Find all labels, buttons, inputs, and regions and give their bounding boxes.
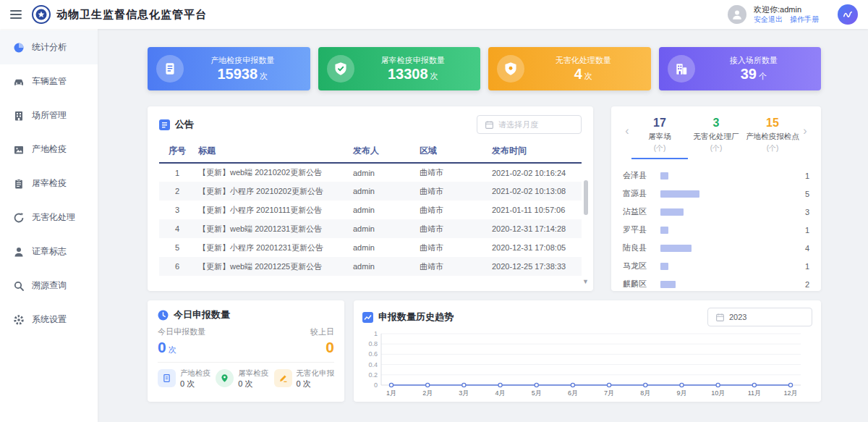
scrollbar-thumb[interactable] — [584, 180, 588, 215]
magnifier-icon — [13, 280, 25, 292]
today-item-label: 屠宰检疫 — [238, 368, 268, 379]
announcements-table: 序号 标题 发布人 区域 发布时间 1 【更新】web端 20210202更新公… — [159, 140, 582, 276]
table-row[interactable]: 4 【更新】web端 20201231更新公告 admin 曲靖市 2020-1… — [159, 219, 582, 238]
today-panel: 今日申报数量 今日申报数量 较上日 0次 0 产地检疫0 次 屠宰检疫0 次 — [148, 300, 344, 402]
stat-card-unit: 次 — [260, 72, 268, 80]
bar-value-label: 1 — [799, 172, 809, 180]
bar-value-label: 1 — [799, 262, 809, 271]
app-logo — [32, 5, 51, 24]
cell-time: 2021-02-02 10:16:24 — [489, 163, 582, 182]
manual-link[interactable]: 操作手册 — [790, 15, 819, 25]
stat-cards-row: 产地检疫申报数量 15938次 屠宰检疫申报数量 13308次 无害化处理数量 … — [148, 47, 821, 90]
tab-slaughterhouse[interactable]: 17 屠宰场 (个) — [631, 117, 688, 159]
bar-category-label: 沾益区 — [623, 206, 659, 217]
bar-fill — [660, 208, 684, 216]
sidebar-item-badge[interactable]: 证章标志 — [0, 235, 98, 269]
svg-text:7月: 7月 — [604, 389, 614, 397]
cell-publisher: admin — [350, 182, 417, 201]
bar-value-label: 4 — [799, 244, 809, 253]
tab-origin-checkpoint[interactable]: 15 产地检疫报检点 (个) — [744, 117, 801, 159]
pen-icon — [274, 369, 292, 387]
sidebar-item-label: 屠宰检疫 — [32, 177, 67, 190]
sidebar-item-places[interactable]: 场所管理 — [0, 98, 98, 132]
user-avatar[interactable] — [728, 5, 746, 24]
line-chart-icon — [362, 312, 373, 323]
svg-text:0.2: 0.2 — [368, 371, 378, 379]
table-row[interactable]: 3 【更新】小程序 20210111更新公告 admin 曲靖市 2021-01… — [159, 201, 582, 219]
column-header: 区域 — [417, 140, 489, 163]
trend-title: 申报数量历史趋势 — [378, 311, 454, 324]
bar-row: 沾益区 3 — [623, 203, 809, 221]
bar-row: 罗平县 1 — [623, 221, 809, 239]
location-pin-icon — [216, 369, 234, 387]
bar-category-label: 会泽县 — [623, 170, 659, 181]
svg-text:11月: 11月 — [748, 389, 761, 397]
svg-text:5月: 5月 — [532, 389, 542, 397]
document-icon — [156, 55, 184, 83]
place-tab-unit: (个) — [688, 143, 744, 153]
place-tab-label: 屠宰场 — [631, 132, 688, 142]
stat-card: 接入场所数量 39个 — [659, 47, 822, 90]
svg-text:10月: 10月 — [711, 389, 725, 397]
bar-fill — [660, 263, 668, 270]
place-tab-value: 3 — [688, 117, 744, 130]
cell-index: 1 — [159, 163, 195, 182]
table-row[interactable]: 6 【更新】web端 20201225更新公告 admin 曲靖市 2020-1… — [159, 257, 582, 276]
today-item-label: 产地检疫 — [180, 368, 210, 379]
svg-text:12月: 12月 — [783, 389, 797, 397]
tab-harmless-plant[interactable]: 3 无害化处理厂 (个) — [688, 117, 744, 159]
sidebar-item-trace-query[interactable]: 溯源查询 — [0, 269, 98, 303]
bar-category-label: 麒麟区 — [623, 279, 659, 290]
table-row[interactable]: 2 【更新】小程序 20210202更新公告 admin 曲靖市 2021-02… — [159, 182, 582, 201]
today-compare-label: 较上日 — [310, 326, 334, 337]
today-total-unit: 次 — [169, 345, 176, 354]
bar-category-label: 马龙区 — [623, 261, 659, 271]
cell-time: 2021-02-02 10:13:08 — [489, 182, 582, 201]
sidebar-item-origin-quarantine[interactable]: 产地检疫 — [0, 132, 98, 166]
chevron-left-icon[interactable]: ‹ — [623, 117, 631, 145]
month-picker[interactable]: 请选择月度 — [477, 115, 582, 134]
table-row[interactable]: 5 【更新】小程序 20201231更新公告 admin 曲靖市 2020-12… — [159, 238, 582, 257]
cell-area: 曲靖市 — [417, 201, 489, 219]
cell-time: 2020-12-31 17:08:05 — [489, 238, 582, 257]
sidebar-item-statistics[interactable]: 统计分析 — [0, 30, 98, 64]
bar-value-label: 1 — [799, 226, 809, 235]
bar-value-label: 2 — [799, 280, 809, 289]
sidebar-item-vehicle[interactable]: 车辆监管 — [0, 64, 98, 98]
cell-title: 【更新】web端 20201225更新公告 — [195, 257, 350, 276]
brand-avatar[interactable] — [838, 4, 858, 25]
cell-time: 2020-12-31 17:14:28 — [489, 219, 582, 238]
cell-time: 2021-01-11 10:57:06 — [489, 201, 582, 219]
stat-card-unit: 次 — [584, 72, 592, 80]
sidebar-item-label: 车辆监管 — [32, 75, 67, 88]
today-item-value: 0 次 — [297, 379, 335, 389]
sidebar-item-harmless-treatment[interactable]: 无害化处理 — [0, 201, 98, 235]
sidebar-item-label: 产地检疫 — [32, 143, 67, 156]
cell-publisher: admin — [350, 238, 417, 257]
menu-toggle-icon[interactable] — [10, 10, 22, 19]
stat-card-label: 产地检疫申报数量 — [210, 55, 274, 66]
sidebar-item-label: 场所管理 — [32, 109, 67, 122]
year-picker[interactable]: 2023 — [707, 308, 812, 326]
svg-text:1月: 1月 — [386, 389, 396, 397]
svg-text:0.8: 0.8 — [368, 340, 378, 347]
svg-text:0.4: 0.4 — [368, 361, 378, 368]
today-total-value: 0 — [158, 339, 166, 355]
bar-fill — [660, 190, 699, 198]
stat-card-value: 15938 — [217, 66, 258, 82]
trend-panel: 申报数量历史趋势 2023 00.20.40.60.811月2月3月4月5月6月… — [354, 300, 821, 402]
svg-text:0.6: 0.6 — [368, 350, 378, 358]
clock-icon — [158, 310, 169, 321]
logout-link[interactable]: 安全退出 — [754, 15, 783, 25]
cell-publisher: admin — [350, 257, 417, 276]
calendar-icon — [715, 313, 725, 322]
scroll-down-icon[interactable]: ▼ — [582, 278, 589, 285]
sidebar-item-system-settings[interactable]: 系统设置 — [0, 303, 98, 337]
recycle-icon — [13, 212, 25, 224]
places-bar-chart: 会泽县 1 富源县 5 沾益区 3 罗平县 1 — [623, 166, 809, 293]
cell-title: 【更新】小程序 20210202更新公告 — [195, 182, 350, 201]
sidebar-item-slaughter-quarantine[interactable]: 屠宰检疫 — [0, 166, 98, 201]
chevron-right-icon[interactable]: › — [801, 117, 809, 145]
table-row[interactable]: 1 【更新】web端 20210202更新公告 admin 曲靖市 2021-0… — [159, 163, 582, 182]
cell-area: 曲靖市 — [417, 238, 489, 257]
